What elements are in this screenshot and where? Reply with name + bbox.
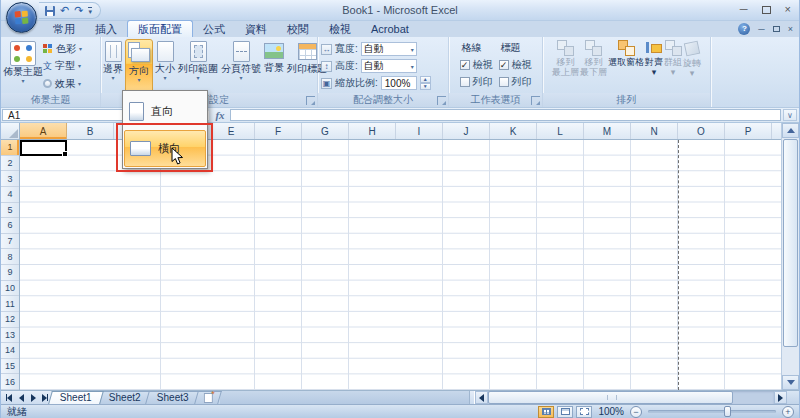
first-sheet-icon[interactable] <box>4 393 14 403</box>
vertical-scrollbar-thumb[interactable] <box>783 139 798 347</box>
page-setup-dialog-launcher-icon[interactable] <box>306 96 315 105</box>
breaks-button[interactable]: 分頁符號 ▾ <box>220 39 262 93</box>
workbook-minimize-button[interactable]: ─ <box>758 24 764 34</box>
horizontal-scrollbar-track[interactable] <box>488 391 774 404</box>
insert-function-icon[interactable]: fx <box>210 108 230 122</box>
previous-sheet-icon[interactable] <box>16 393 26 403</box>
expand-formula-bar-icon[interactable]: ∨ <box>783 109 797 121</box>
tab-insert[interactable]: 插入 <box>85 21 127 37</box>
close-button[interactable]: × <box>785 2 791 17</box>
column-header-m[interactable]: M <box>584 123 631 139</box>
maximize-button[interactable] <box>762 6 771 14</box>
minimize-button[interactable]: ─ <box>740 2 748 17</box>
scroll-down-icon[interactable] <box>782 375 799 390</box>
bring-to-front-button[interactable]: 移到 最上層 <box>552 39 579 93</box>
zoom-level[interactable]: 100% <box>595 406 627 417</box>
align-button[interactable]: 對齊 ▾ <box>645 39 663 93</box>
column-header-p[interactable]: P <box>725 123 772 139</box>
send-to-back-button[interactable]: 移到 最下層 <box>580 39 607 93</box>
headings-view-checkbox[interactable]: 檢視 <box>499 58 532 72</box>
row-header-9[interactable]: 9 <box>1 265 19 281</box>
row-header-7[interactable]: 7 <box>1 234 19 250</box>
group-objects-button[interactable]: 群組 ▾ <box>664 39 682 93</box>
column-header-e[interactable]: E <box>208 123 255 139</box>
next-sheet-icon[interactable] <box>28 393 38 403</box>
scroll-up-icon[interactable] <box>782 123 799 138</box>
scale-to-fit-dialog-launcher-icon[interactable] <box>437 96 446 105</box>
sheet-tab-sheet1[interactable]: Sheet1 <box>48 391 103 404</box>
grid-cells[interactable] <box>20 140 781 390</box>
sheet-tab-sheet2[interactable]: Sheet2 <box>97 391 152 404</box>
column-header-l[interactable]: L <box>537 123 584 139</box>
view-page-break-button[interactable] <box>576 406 592 418</box>
tab-view[interactable]: 檢視 <box>319 21 361 37</box>
theme-effects-button[interactable]: 效果 ▾ <box>43 76 82 91</box>
row-header-4[interactable]: 4 <box>1 187 19 203</box>
column-header-i[interactable]: I <box>396 123 443 139</box>
size-button[interactable]: 大小 ▾ <box>154 39 176 93</box>
tab-acrobat[interactable]: Acrobat <box>361 21 419 37</box>
horizontal-scrollbar-thumb[interactable] <box>488 391 733 404</box>
row-header-14[interactable]: 14 <box>1 343 19 359</box>
column-header-a[interactable]: A <box>20 123 67 139</box>
zoom-in-icon[interactable]: + <box>782 406 794 418</box>
column-header-f[interactable]: F <box>255 123 302 139</box>
row-header-5[interactable]: 5 <box>1 203 19 219</box>
view-page-layout-button[interactable] <box>557 406 573 418</box>
unchecked-checkbox-icon[interactable] <box>460 77 470 87</box>
height-select[interactable]: 自動 ▾ <box>361 59 417 73</box>
themes-button[interactable]: 佈景主題 ▾ <box>3 39 43 93</box>
zoom-slider[interactable] <box>648 410 776 413</box>
background-button[interactable]: 背景 <box>263 39 285 93</box>
row-header-13[interactable]: 13 <box>1 328 19 344</box>
zoom-out-icon[interactable]: − <box>630 406 642 418</box>
rotate-button[interactable]: 旋轉 ▾ <box>683 39 701 93</box>
row-header-15[interactable]: 15 <box>1 359 19 375</box>
unchecked-checkbox-icon[interactable] <box>499 77 509 87</box>
tab-page-layout[interactable]: 版面配置 <box>127 20 193 37</box>
row-header-11[interactable]: 11 <box>1 296 19 312</box>
column-header-j[interactable]: J <box>443 123 490 139</box>
row-header-8[interactable]: 8 <box>1 249 19 265</box>
checked-checkbox-icon[interactable] <box>460 60 470 70</box>
row-header-6[interactable]: 6 <box>1 218 19 234</box>
headings-print-checkbox[interactable]: 列印 <box>499 75 532 89</box>
tab-home[interactable]: 常用 <box>43 21 85 37</box>
width-select[interactable]: 自動 ▾ <box>361 42 417 56</box>
vertical-scrollbar-track[interactable] <box>782 348 799 375</box>
theme-fonts-button[interactable]: 文 字型 ▾ <box>43 59 82 74</box>
row-header-3[interactable]: 3 <box>1 171 19 187</box>
column-header-n[interactable]: N <box>631 123 678 139</box>
column-header-g[interactable]: G <box>302 123 349 139</box>
scale-input[interactable]: 100% <box>381 76 417 90</box>
margins-button[interactable]: 邊界 ▾ <box>102 39 124 93</box>
selection-pane-button[interactable]: 選取窗格 <box>608 39 644 93</box>
formula-input[interactable] <box>230 109 781 121</box>
row-header-16[interactable]: 16 <box>1 374 19 390</box>
tab-data[interactable]: 資料 <box>235 21 277 37</box>
checked-checkbox-icon[interactable] <box>499 60 509 70</box>
zoom-slider-thumb[interactable] <box>724 406 731 417</box>
column-header-k[interactable]: K <box>490 123 537 139</box>
print-area-button[interactable]: 列印範圍 ▾ <box>177 39 219 93</box>
tab-review[interactable]: 校閱 <box>277 21 319 37</box>
view-normal-button[interactable] <box>538 406 554 418</box>
vertical-scrollbar[interactable] <box>781 123 799 390</box>
column-header-o[interactable]: O <box>678 123 725 139</box>
insert-worksheet-button[interactable] <box>194 391 222 404</box>
column-header-b[interactable]: B <box>67 123 114 139</box>
sheet-options-dialog-launcher-icon[interactable] <box>531 96 540 105</box>
theme-colors-button[interactable]: 色彩 ▾ <box>43 41 82 56</box>
workbook-close-button[interactable]: × <box>788 24 793 34</box>
column-header-h[interactable]: H <box>349 123 396 139</box>
workbook-restore-button[interactable] <box>773 26 780 32</box>
row-header-12[interactable]: 12 <box>1 312 19 328</box>
scroll-right-icon[interactable] <box>774 391 787 404</box>
row-header-10[interactable]: 10 <box>1 281 19 297</box>
sheet-tab-sheet3[interactable]: Sheet3 <box>146 391 201 404</box>
row-header-2[interactable]: 2 <box>1 156 19 172</box>
office-button[interactable] <box>6 2 37 33</box>
scroll-left-icon[interactable] <box>475 391 488 404</box>
row-header-1[interactable]: 1 <box>1 140 19 156</box>
orientation-button[interactable]: 方向 ▾ <box>125 39 153 93</box>
